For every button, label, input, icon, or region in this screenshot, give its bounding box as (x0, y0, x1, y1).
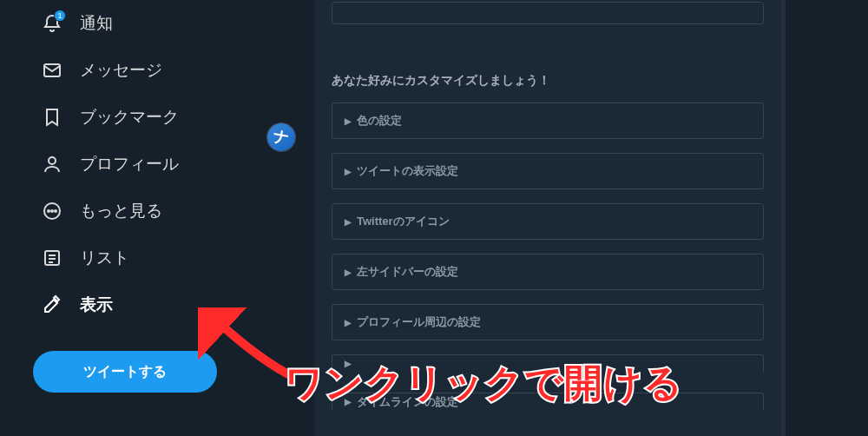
main-panel: あなた好みにカスタマイズしましょう！ ▶ 色の設定 ▶ ツイートの表示設定 ▶ … (314, 0, 781, 436)
mail-icon (42, 60, 62, 81)
accordion-tweet-display[interactable]: ▶ ツイートの表示設定 (332, 153, 764, 189)
accordion-partial[interactable]: ▶ (332, 354, 764, 372)
sidebar-item-label: ブックマーク (80, 106, 179, 129)
accordion-profile-area[interactable]: ▶ プロフィール周辺の設定 (332, 304, 764, 340)
chevron-right-icon: ▶ (345, 217, 352, 227)
right-panel (786, 0, 868, 436)
svg-point-1 (49, 157, 56, 164)
chevron-right-icon: ▶ (345, 318, 352, 327)
edit-icon (42, 294, 62, 315)
sidebar-item-notifications[interactable]: 1 通知 (0, 0, 269, 47)
section-title: あなた好みにカスタマイズしましょう！ (332, 73, 764, 89)
chevron-right-icon: ▶ (345, 268, 352, 277)
sidebar-item-label: 通知 (80, 12, 113, 35)
sidebar-item-bookmarks[interactable]: ブックマーク (0, 94, 269, 141)
sidebar-item-more[interactable]: もっと見る (0, 188, 269, 235)
badge-glyph: ナ (272, 126, 291, 149)
chevron-right-icon: ▶ (345, 397, 352, 406)
chevron-right-icon: ▶ (345, 167, 352, 176)
svg-point-3 (48, 210, 49, 212)
accordion-twitter-icon[interactable]: ▶ Twitterのアイコン (332, 203, 764, 240)
sidebar-item-label: 表示 (80, 294, 113, 316)
accordion-label: 左サイドバーの設定 (357, 264, 458, 280)
accordion-timeline[interactable]: ▶ タイムラインの設定 (332, 393, 764, 410)
accordion-color[interactable]: ▶ 色の設定 (332, 102, 764, 139)
sidebar: 1 通知 メッセージ ブックマーク プロフィール もっと見る リスト (0, 0, 269, 436)
tweet-button-label: ツイートする (83, 363, 167, 381)
svg-point-5 (55, 210, 56, 212)
sidebar-item-profile[interactable]: プロフィール (0, 141, 269, 188)
accordion-label: 色の設定 (357, 113, 402, 129)
profile-icon (42, 154, 62, 175)
accordion-label: プロフィール周辺の設定 (357, 314, 481, 330)
bookmark-icon (42, 107, 62, 128)
bell-icon: 1 (42, 13, 62, 34)
sidebar-item-display[interactable]: 表示 (0, 281, 269, 328)
sidebar-item-lists[interactable]: リスト (0, 235, 269, 281)
chevron-right-icon: ▶ (345, 116, 352, 126)
sidebar-item-label: プロフィール (80, 153, 179, 175)
list-icon (42, 248, 62, 268)
tweet-button[interactable]: ツイートする (33, 351, 217, 393)
accordion-left-sidebar[interactable]: ▶ 左サイドバーの設定 (332, 254, 764, 290)
accordion-label: Twitterのアイコン (357, 214, 450, 229)
sidebar-item-label: メッセージ (80, 59, 162, 82)
svg-point-4 (51, 210, 53, 212)
extension-badge-icon: ナ (265, 121, 297, 153)
sidebar-item-label: もっと見る (80, 200, 162, 222)
sidebar-item-label: リスト (80, 247, 129, 269)
more-icon (42, 201, 62, 221)
chevron-right-icon: ▶ (345, 359, 352, 368)
notification-badge: 1 (54, 10, 66, 22)
sidebar-item-messages[interactable]: メッセージ (0, 47, 269, 94)
section-box (332, 2, 764, 24)
accordion-label: タイムラインの設定 (357, 394, 458, 410)
accordion-label: ツイートの表示設定 (357, 163, 458, 179)
